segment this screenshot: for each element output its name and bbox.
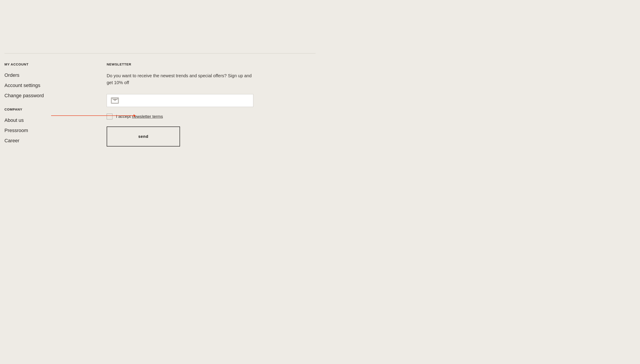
email-input[interactable] bbox=[122, 98, 249, 102]
page-wrapper: MY ACCOUNT Orders Account settings Chang… bbox=[0, 0, 320, 182]
sidebar-item-account-settings[interactable]: Account settings bbox=[5, 82, 102, 88]
email-icon bbox=[111, 98, 119, 104]
terms-row: I accept newsletter terms bbox=[107, 114, 253, 120]
arrow-annotation bbox=[51, 116, 136, 116]
sidebar-item-orders[interactable]: Orders bbox=[5, 72, 102, 78]
company-section: COMPANY About us Pressroom Career bbox=[5, 108, 102, 144]
newsletter-terms-link[interactable]: newsletter terms bbox=[132, 114, 163, 119]
send-button[interactable]: send bbox=[107, 126, 180, 146]
email-input-wrapper bbox=[107, 94, 253, 107]
main-content: MY ACCOUNT Orders Account settings Chang… bbox=[0, 54, 320, 152]
newsletter-section: NEWSLETTER Do you want to receive the ne… bbox=[102, 54, 253, 152]
arrow-line bbox=[51, 116, 136, 116]
envelope-svg bbox=[111, 98, 118, 103]
sidebar: MY ACCOUNT Orders Account settings Chang… bbox=[5, 54, 102, 152]
company-title: COMPANY bbox=[5, 108, 102, 111]
my-account-title: MY ACCOUNT bbox=[5, 62, 102, 66]
sidebar-item-pressroom[interactable]: Pressroom bbox=[5, 128, 102, 134]
sidebar-item-change-password[interactable]: Change password bbox=[5, 93, 102, 98]
top-area bbox=[0, 0, 320, 53]
newsletter-description: Do you want to receive the newest trends… bbox=[107, 72, 253, 86]
sidebar-item-career[interactable]: Career bbox=[5, 138, 102, 144]
sidebar-item-about-us[interactable]: About us bbox=[5, 118, 102, 123]
my-account-section: MY ACCOUNT Orders Account settings Chang… bbox=[5, 62, 102, 98]
terms-checkbox[interactable] bbox=[107, 114, 112, 120]
newsletter-title: NEWSLETTER bbox=[107, 62, 253, 66]
terms-text: I accept newsletter terms bbox=[116, 114, 163, 119]
svg-rect-0 bbox=[112, 98, 118, 103]
